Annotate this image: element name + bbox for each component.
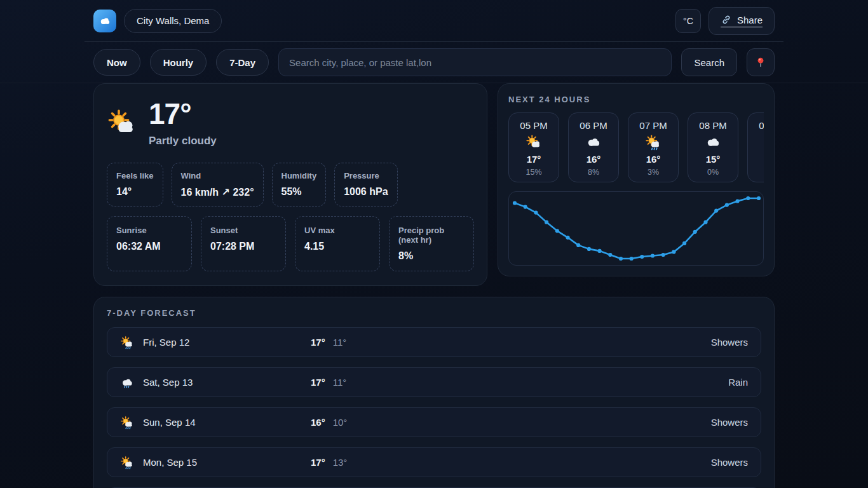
red-pin-icon bbox=[754, 55, 768, 69]
stats-row-2: Sunrise06:32 AMSunset07:28 PMUV max4.15P… bbox=[107, 216, 474, 271]
current-conditions-card: 17° Partly cloudy Feels like14°Wind16 km… bbox=[93, 83, 487, 286]
hour-card: 05 PM17°15% bbox=[508, 112, 559, 182]
tab-now[interactable]: Now bbox=[93, 49, 140, 76]
stat-tile-wind: Wind16 km/h ↗ 232° bbox=[172, 163, 264, 207]
forecast-row[interactable]: Fri, Sep 1217°11°Showers bbox=[107, 327, 761, 357]
forecast-condition: Rain bbox=[346, 377, 748, 388]
stat-value: 55% bbox=[281, 186, 317, 198]
hour-temp: 16° bbox=[646, 154, 661, 165]
forecast-day: Sun, Sep 14 bbox=[143, 417, 196, 428]
stat-label: Feels like bbox=[116, 171, 154, 180]
forecast-low: 13° bbox=[333, 457, 348, 468]
stats-row-1: Feels like14°Wind16 km/h ↗ 232°Humidity5… bbox=[107, 163, 474, 207]
forecast-high: 17° bbox=[311, 457, 325, 468]
stat-value: 4.15 bbox=[304, 241, 370, 252]
stat-tile-feels-like: Feels like14° bbox=[107, 163, 163, 207]
temperature-chart-box bbox=[508, 191, 764, 266]
forecast-day: Sat, Sep 13 bbox=[143, 377, 193, 388]
forecast-day: Mon, Sep 15 bbox=[143, 457, 197, 468]
stat-tile-sunset: Sunset07:28 PM bbox=[201, 216, 286, 271]
app-header: City Walls, Dema °C Share NowHourly7-Day… bbox=[0, 0, 868, 83]
hour-card: 07 PM16°3% bbox=[628, 112, 679, 182]
stat-tile-humidity: Humidity55% bbox=[272, 163, 327, 207]
search-input[interactable] bbox=[278, 48, 672, 76]
next-24-hours-card: NEXT 24 HOURS 05 PM17°15%06 PM16°8%07 PM… bbox=[498, 83, 775, 276]
forecast-low: 11° bbox=[333, 337, 347, 348]
cloud-icon bbox=[585, 134, 602, 151]
forecast-high: 16° bbox=[311, 417, 325, 428]
stat-label: UV max bbox=[304, 226, 370, 235]
current-temperature: 17° bbox=[149, 99, 217, 128]
cloud-logo-icon bbox=[98, 14, 112, 28]
cloud-icon bbox=[705, 134, 721, 151]
header-top-row: City Walls, Dema °C Share bbox=[85, 0, 783, 42]
hourly-section-title: NEXT 24 HOURS bbox=[508, 95, 764, 104]
temperature-sparkline bbox=[509, 192, 764, 265]
stat-label: Precip prob (next hr) bbox=[398, 226, 465, 245]
app-logo bbox=[93, 10, 116, 32]
stat-tile-precip-prob-next-hr-: Precip prob (next hr)8% bbox=[389, 216, 474, 271]
sun-rain-icon bbox=[120, 456, 134, 470]
toolbar: NowHourly7-Day Search bbox=[85, 42, 783, 83]
hour-time: 08 PM bbox=[699, 120, 726, 131]
stat-value: 1006 hPa bbox=[344, 186, 388, 198]
stat-value: 14° bbox=[116, 186, 154, 198]
tab-7-day[interactable]: 7-Day bbox=[216, 49, 269, 76]
forecast-rows: Fri, Sep 1217°11°ShowersSat, Sep 1317°11… bbox=[107, 327, 761, 488]
current-header: 17° Partly cloudy bbox=[107, 99, 474, 147]
hour-temp: 16° bbox=[587, 154, 601, 165]
current-condition: Partly cloudy bbox=[149, 135, 217, 147]
stat-value: 16 km/h ↗ 232° bbox=[181, 186, 254, 198]
forecast-condition: Showers bbox=[347, 457, 748, 468]
forecast-row[interactable]: Sat, Sep 1317°11°Rain bbox=[107, 367, 761, 397]
rain-icon bbox=[120, 376, 134, 390]
toolbar-wrap: NowHourly7-Day Search bbox=[0, 42, 868, 83]
forecast-condition: Showers bbox=[346, 337, 748, 348]
hourly-strip[interactable]: 05 PM17°15%06 PM16°8%07 PM16°3%08 PM15°0… bbox=[508, 112, 764, 182]
hour-time: 05 PM bbox=[520, 120, 547, 131]
sun-rain-icon bbox=[120, 336, 134, 349]
unit-toggle-button[interactable]: °C bbox=[675, 9, 701, 33]
stat-tile-uv-max: UV max4.15 bbox=[295, 216, 380, 271]
forecast-low: 10° bbox=[333, 417, 348, 428]
hour-time: 06 PM bbox=[580, 120, 607, 131]
hour-card: 09 PM15°0% bbox=[747, 112, 764, 182]
stat-label: Sunset bbox=[210, 226, 276, 235]
stat-value: 8% bbox=[398, 250, 465, 262]
link-icon bbox=[721, 14, 732, 25]
share-label: Share bbox=[737, 15, 763, 25]
top-grid: 17° Partly cloudy Feels like14°Wind16 km… bbox=[93, 83, 775, 286]
forecast-row[interactable]: Sun, Sep 1416°10°Showers bbox=[107, 407, 761, 437]
partly-cloudy-icon bbox=[107, 108, 137, 139]
search-button[interactable]: Search bbox=[681, 48, 737, 76]
sun-rain-icon bbox=[645, 134, 661, 151]
stat-tile-sunrise: Sunrise06:32 AM bbox=[107, 216, 192, 271]
main-content: 17° Partly cloudy Feels like14°Wind16 km… bbox=[85, 83, 783, 488]
stat-value: 06:32 AM bbox=[116, 241, 182, 252]
hour-temp: 17° bbox=[527, 154, 541, 165]
sun-cloud-icon bbox=[526, 134, 542, 151]
stat-label: Wind bbox=[181, 171, 254, 180]
view-tabs: NowHourly7-Day bbox=[93, 49, 269, 76]
tab-hourly[interactable]: Hourly bbox=[150, 49, 207, 76]
stat-value: 07:28 PM bbox=[210, 241, 276, 252]
hour-card: 06 PM16°8% bbox=[568, 112, 619, 182]
forecast-low: 11° bbox=[333, 377, 347, 388]
stat-tile-pressure: Pressure1006 hPa bbox=[334, 163, 397, 207]
forecast-condition: Showers bbox=[347, 417, 748, 428]
location-chip[interactable]: City Walls, Dema bbox=[124, 9, 222, 33]
hour-precip: 8% bbox=[588, 168, 599, 177]
daily-section-title: 7-DAY FORECAST bbox=[107, 308, 761, 318]
stat-label: Sunrise bbox=[116, 226, 182, 235]
forecast-day: Fri, Sep 12 bbox=[143, 337, 189, 348]
forecast-high: 17° bbox=[311, 337, 325, 348]
share-button[interactable]: Share bbox=[709, 7, 775, 35]
pin-location-button[interactable] bbox=[747, 48, 775, 76]
forecast-row[interactable]: Mon, Sep 1517°13°Showers bbox=[107, 447, 761, 477]
stat-label: Pressure bbox=[344, 171, 388, 180]
seven-day-forecast-card: 7-DAY FORECAST Fri, Sep 1217°11°ShowersS… bbox=[93, 297, 775, 488]
hour-time: 07 PM bbox=[639, 120, 667, 131]
sun-rain-icon bbox=[120, 416, 134, 430]
hour-precip: 3% bbox=[648, 168, 659, 177]
stat-label: Humidity bbox=[281, 171, 317, 180]
